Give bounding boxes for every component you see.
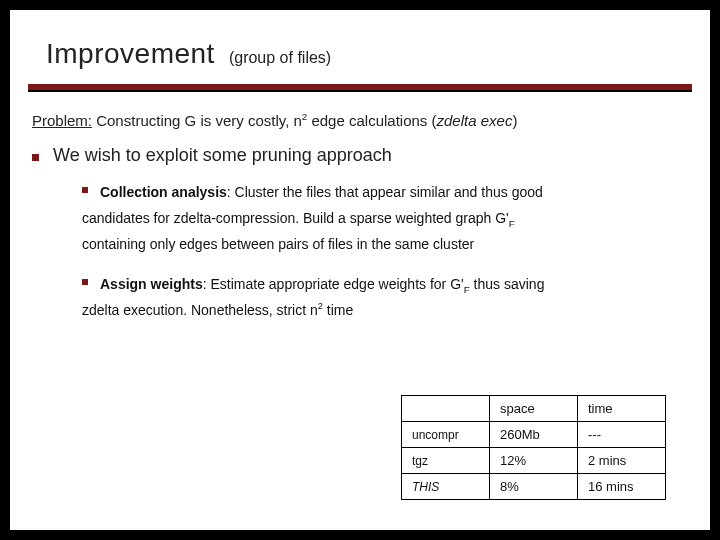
problem-text-a: Constructing G is very costly, n [92, 112, 302, 129]
table: space time uncompr 260Mb --- tgz 12% 2 m… [401, 395, 666, 500]
bullet-icon [32, 154, 39, 161]
sub-bullet-2: Assign weights: Estimate appropriate edg… [10, 258, 710, 324]
problem-statement: Problem: Constructing G is very costly, … [10, 92, 710, 129]
table-cell: tgz [402, 448, 490, 474]
table-cell: 260Mb [490, 422, 578, 448]
sub-bullet-2-text: Assign weights: Estimate appropriate edg… [100, 272, 544, 298]
table-cell: 8% [490, 474, 578, 500]
sub-bullet-1-line3: containing only edges between pairs of f… [82, 232, 670, 258]
sub-bullet-1: Collection analysis: Cluster the files t… [10, 166, 710, 258]
table-cell: 12% [490, 448, 578, 474]
bullet-icon [82, 187, 88, 193]
table-cell: time [578, 396, 666, 422]
sub-bullet-2-lead: Assign weights [100, 276, 203, 292]
table-cell: 16 mins [578, 474, 666, 500]
slide-subtitle: (group of files) [229, 49, 331, 67]
problem-close: ) [512, 112, 517, 129]
table-cell: uncompr [402, 422, 490, 448]
sub-bullet-2-line1: Assign weights: Estimate appropriate edg… [82, 272, 670, 298]
table-row: space time [402, 396, 666, 422]
table-row: tgz 12% 2 mins [402, 448, 666, 474]
bullet-1: We wish to exploit some pruning approach [10, 129, 710, 166]
sub-bullet-1-line1: Collection analysis: Cluster the files t… [82, 180, 670, 206]
bullet-1-text: We wish to exploit some pruning approach [53, 145, 392, 166]
table-cell: space [490, 396, 578, 422]
table-row: THIS 8% 16 mins [402, 474, 666, 500]
horizontal-rule [28, 84, 692, 92]
problem-text-b: edge calculations ( [307, 112, 436, 129]
title-row: Improvement (group of files) [10, 10, 710, 78]
table-row: uncompr 260Mb --- [402, 422, 666, 448]
problem-label: Problem: [32, 112, 92, 129]
comparison-table: space time uncompr 260Mb --- tgz 12% 2 m… [401, 395, 666, 500]
slide: Improvement (group of files) Problem: Co… [10, 10, 710, 530]
table-cell: THIS [402, 474, 490, 500]
bullet-icon [82, 279, 88, 285]
table-cell [402, 396, 490, 422]
table-cell: 2 mins [578, 448, 666, 474]
sub-bullet-1-text: Collection analysis: Cluster the files t… [100, 180, 543, 206]
sub-bullet-2-line2: zdelta execution. Nonetheless, strict n2… [82, 298, 670, 324]
slide-title: Improvement [46, 38, 215, 70]
table-cell: --- [578, 422, 666, 448]
sub-bullet-1-line2: candidates for zdelta-compression. Build… [82, 206, 670, 232]
problem-italic: zdelta exec [437, 112, 513, 129]
sub-bullet-1-lead: Collection analysis [100, 184, 227, 200]
